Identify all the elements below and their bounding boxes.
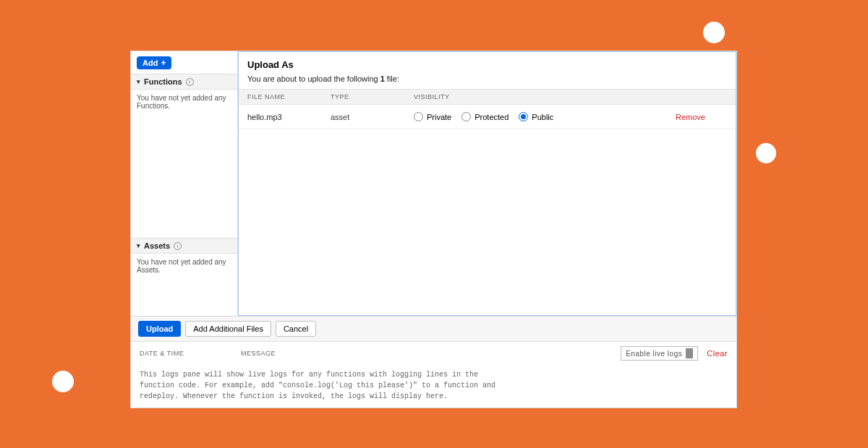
logs-placeholder-text: This logs pane will show live logs for a… [131, 365, 507, 408]
visibility-private[interactable]: Private [414, 112, 451, 121]
upload-sentence: You are about to upload the following 1 … [239, 74, 736, 89]
col-visibility: VISIBILITY [414, 93, 727, 100]
radio-icon [414, 112, 423, 121]
assets-label: Assets [144, 241, 170, 250]
top-region: Add + ▾ Functions i You have not yet add… [131, 51, 736, 316]
info-icon: i [174, 242, 182, 250]
radio-label: Private [427, 113, 451, 121]
decor-circle [756, 143, 776, 163]
sidebar: Add + ▾ Functions i You have not yet add… [131, 51, 238, 316]
remove-link[interactable]: Remove [676, 113, 705, 121]
chevron-down-icon: ▾ [137, 242, 140, 249]
file-type: asset [331, 113, 414, 121]
file-table-header: FILE NAME TYPE VISIBILITY [239, 89, 736, 105]
action-bar: Upload Add Additional Files Cancel [131, 316, 736, 341]
logs-pane: DATE & TIME MESSAGE Enable live logs Cle… [131, 341, 736, 408]
sentence-post: file: [385, 74, 399, 83]
functions-section-header[interactable]: ▾ Functions i [131, 74, 237, 90]
radio-label: Public [532, 113, 553, 121]
col-file-name: FILE NAME [247, 93, 331, 100]
decor-circle [703, 22, 725, 43]
toggle-icon [686, 348, 693, 358]
radio-icon [519, 112, 528, 121]
functions-empty-text: You have not yet added any Functions. [131, 90, 237, 238]
add-button[interactable]: Add + [137, 56, 171, 69]
sentence-pre: You are about to upload the following [247, 74, 380, 83]
visibility-options: Private Protected Public [414, 112, 676, 121]
cancel-button[interactable]: Cancel [276, 321, 316, 337]
enable-live-logs-toggle[interactable]: Enable live logs [621, 346, 698, 361]
add-additional-files-button[interactable]: Add Additional Files [185, 321, 271, 337]
logs-col-date: DATE & TIME [140, 350, 241, 357]
enable-live-label: Enable live logs [626, 350, 682, 358]
add-button-label: Add [142, 59, 158, 67]
radio-label: Protected [475, 113, 509, 121]
visibility-protected[interactable]: Protected [461, 112, 509, 121]
decor-circle [52, 371, 74, 392]
chevron-down-icon: ▾ [137, 78, 140, 85]
plus-icon: + [161, 59, 166, 67]
clear-logs-link[interactable]: Clear [707, 349, 728, 358]
col-type: TYPE [331, 93, 414, 100]
upload-button[interactable]: Upload [138, 321, 181, 337]
radio-icon [461, 112, 471, 121]
file-name: hello.mp3 [247, 113, 331, 121]
upload-heading: Upload As [239, 52, 736, 74]
app-window: Add + ▾ Functions i You have not yet add… [130, 51, 737, 408]
info-icon: i [186, 78, 194, 86]
visibility-public[interactable]: Public [519, 112, 553, 121]
logs-col-message: MESSAGE [241, 350, 621, 357]
functions-label: Functions [144, 77, 182, 86]
file-row: hello.mp3 asset Private Protected Public [239, 105, 736, 129]
assets-section-header[interactable]: ▾ Assets i [131, 238, 237, 254]
assets-empty-text: You have not yet added any Assets. [131, 254, 237, 316]
upload-panel: Upload As You are about to upload the fo… [238, 51, 736, 316]
logs-header: DATE & TIME MESSAGE Enable live logs Cle… [131, 342, 736, 365]
add-row: Add + [131, 51, 237, 74]
